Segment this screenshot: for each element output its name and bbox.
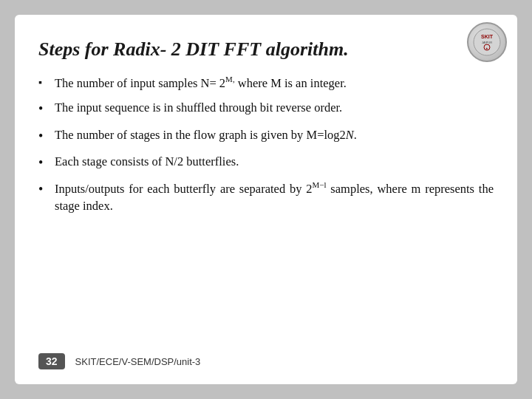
- slide-title: Steps for Radix- 2 DIT FFT algorithm.: [38, 38, 494, 61]
- logo-svg: SKIT JAIPUR ★: [473, 28, 501, 56]
- page-number: 32: [38, 353, 65, 369]
- bullet-text-3: The number of stages in the flow graph i…: [55, 126, 494, 144]
- list-item: • Inputs/outputs for each butterfly are …: [38, 180, 494, 215]
- bullet-text-1: The number of input samples N= 2M, where…: [55, 74, 494, 92]
- bullet-text-4: Each stage consists of N/2 butterflies.: [55, 153, 494, 171]
- list-item: ▪ The number of input samples N= 2M, whe…: [38, 74, 494, 92]
- footer: 32 SKIT/ECE/V-SEM/DSP/unit-3: [38, 347, 494, 369]
- slide-content: ▪ The number of input samples N= 2M, whe…: [38, 74, 494, 347]
- svg-text:★: ★: [485, 47, 488, 50]
- footer-label: SKIT/ECE/V-SEM/DSP/unit-3: [75, 356, 201, 367]
- bullet-icon-3: •: [38, 126, 55, 146]
- bullet-icon-5: •: [38, 180, 55, 199]
- list-item: • Each stage consists of N/2 butterflies…: [38, 153, 494, 172]
- bullet-icon-1: ▪: [38, 75, 55, 90]
- bullet-icon-2: •: [38, 99, 55, 118]
- list-item: • The number of stages in the flow graph…: [38, 126, 494, 146]
- bullet-text-5: Inputs/outputs for each butterfly are se…: [55, 180, 494, 215]
- svg-text:JAIPUR: JAIPUR: [482, 41, 492, 44]
- slide: SKIT JAIPUR ★ Steps for Radix- 2 DIT FFT…: [15, 15, 517, 384]
- bullet-text-2: The input sequence is in shuffled throug…: [55, 99, 494, 117]
- logo: SKIT JAIPUR ★: [467, 22, 507, 62]
- bullet-list: ▪ The number of input samples N= 2M, whe…: [38, 74, 494, 222]
- bullet-icon-4: •: [38, 153, 55, 172]
- svg-text:SKIT: SKIT: [481, 34, 494, 39]
- logo-circle: SKIT JAIPUR ★: [467, 22, 507, 62]
- list-item: • The input sequence is in shuffled thro…: [38, 99, 494, 118]
